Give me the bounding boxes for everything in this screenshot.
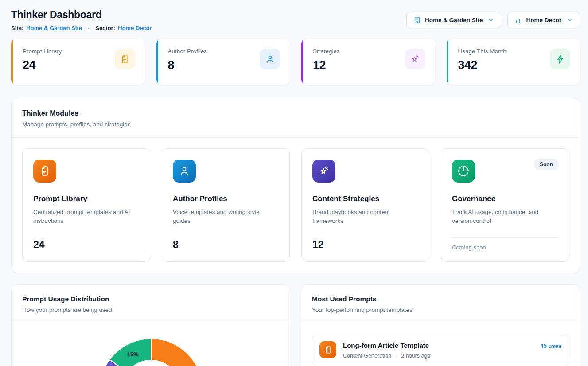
chart-card-subtitle: How your prompts are being used bbox=[22, 307, 279, 313]
module-stat: 8 bbox=[173, 239, 279, 251]
dashboard-page: Thinker Dashboard Site: Home & Garden Si… bbox=[0, 0, 588, 366]
chart-area: 15% bbox=[12, 322, 290, 366]
prompt-timestamp: 2 hours ago bbox=[401, 353, 430, 359]
sparkle-star-icon bbox=[405, 49, 425, 69]
prompt-title: Long-form Article Template bbox=[343, 342, 430, 349]
stat-card-strategies: Strategies 12 bbox=[301, 39, 435, 85]
pie-chart-icon bbox=[452, 160, 475, 183]
stat-value: 8 bbox=[168, 58, 207, 72]
module-card-governance[interactable]: Soon Governance Track AI usage, complian… bbox=[441, 148, 569, 262]
page-header: Thinker Dashboard Site: Home & Garden Si… bbox=[11, 9, 580, 31]
chevron-down-icon bbox=[566, 17, 573, 23]
prompt-list-item[interactable]: Long-form Article Template Content Gener… bbox=[312, 334, 569, 366]
zap-icon bbox=[550, 49, 570, 69]
bar-chart-icon bbox=[514, 16, 522, 24]
stat-card-prompt-library: Prompt Library 24 bbox=[11, 39, 145, 85]
stat-value: 342 bbox=[458, 58, 506, 72]
prompt-usage-distribution-card: Prompt Usage Distribution How your promp… bbox=[11, 284, 290, 366]
building-icon bbox=[413, 16, 421, 24]
header-titles: Thinker Dashboard Site: Home & Garden Si… bbox=[11, 9, 152, 31]
donut-segment-label: 15% bbox=[127, 350, 138, 357]
module-stat: 24 bbox=[33, 239, 139, 251]
prompts-card-header: Most Used Prompts Your top-performing pr… bbox=[301, 285, 580, 322]
separator-dot: · bbox=[88, 25, 90, 31]
module-card-content-strategies[interactable]: Content Strategies Brand playbooks and c… bbox=[301, 148, 429, 262]
chart-card-header: Prompt Usage Distribution How your promp… bbox=[12, 285, 290, 322]
most-used-prompts-card: Most Used Prompts Your top-performing pr… bbox=[301, 284, 580, 366]
stat-label: Prompt Library bbox=[23, 48, 62, 55]
sector-selector-label: Home Decor bbox=[526, 17, 561, 23]
panel-header: Thinker Modules Manage prompts, profiles… bbox=[12, 98, 580, 137]
site-sector-line: Site: Home & Garden Site · Sector: Home … bbox=[11, 25, 152, 31]
module-stat: 12 bbox=[312, 239, 418, 251]
stat-value: 24 bbox=[23, 58, 62, 72]
sector-link[interactable]: Home Decor bbox=[118, 25, 152, 31]
site-selector-dropdown[interactable]: Home & Garden Site bbox=[406, 12, 502, 28]
modules-grid: Prompt Library Centralized prompt templa… bbox=[12, 138, 580, 273]
module-divider bbox=[452, 237, 558, 238]
stats-row: Prompt Library 24 Author Profiles 8 bbox=[11, 39, 580, 85]
stat-value: 12 bbox=[313, 58, 340, 72]
module-description: Brand playbooks and content frameworks bbox=[312, 208, 418, 226]
site-selector-label: Home & Garden Site bbox=[425, 17, 483, 23]
module-card-prompt-library[interactable]: Prompt Library Centralized prompt templa… bbox=[22, 148, 150, 262]
chevron-down-icon bbox=[487, 17, 494, 23]
separator-dot: · bbox=[395, 353, 397, 359]
coming-soon-text: Coming soon bbox=[452, 244, 558, 251]
document-icon bbox=[319, 341, 336, 358]
thinker-modules-panel: Thinker Modules Manage prompts, profiles… bbox=[11, 98, 580, 273]
prompt-list: Long-form Article Template Content Gener… bbox=[301, 322, 580, 366]
prompts-card-subtitle: Your top-performing prompt templates bbox=[312, 307, 569, 313]
sector-label: Sector: bbox=[95, 25, 115, 31]
module-title: Governance bbox=[452, 195, 558, 203]
module-title: Author Profiles bbox=[173, 195, 279, 203]
module-card-author-profiles[interactable]: Author Profiles Voice templates and writ… bbox=[162, 148, 290, 262]
donut-hole bbox=[121, 360, 181, 366]
module-title: Content Strategies bbox=[312, 195, 418, 203]
bottom-row: Prompt Usage Distribution How your promp… bbox=[11, 284, 580, 366]
prompt-meta: Content Generation · 2 hours ago bbox=[343, 353, 430, 359]
prompts-card-title: Most Used Prompts bbox=[312, 295, 569, 303]
prompt-category: Content Generation bbox=[343, 353, 391, 359]
prompt-uses-badge: 45 uses bbox=[540, 343, 561, 349]
site-label: Site: bbox=[11, 25, 23, 31]
panel-subtitle: Manage prompts, profiles, and strategies bbox=[22, 121, 569, 128]
site-link[interactable]: Home & Garden Site bbox=[26, 25, 82, 31]
sparkle-star-icon bbox=[312, 160, 335, 183]
user-icon bbox=[260, 49, 280, 69]
chart-card-title: Prompt Usage Distribution bbox=[22, 295, 279, 303]
module-description: Voice templates and writing style guides bbox=[173, 208, 279, 226]
stat-card-usage: Usage This Month 342 bbox=[447, 39, 580, 85]
stat-label: Strategies bbox=[313, 48, 340, 55]
sector-selector-dropdown[interactable]: Home Decor bbox=[507, 12, 580, 28]
stat-card-author-profiles: Author Profiles 8 bbox=[156, 39, 290, 85]
soon-badge: Soon bbox=[534, 159, 559, 170]
donut-chart[interactable]: 15% bbox=[100, 339, 202, 366]
stat-label: Author Profiles bbox=[168, 48, 207, 55]
stat-label: Usage This Month bbox=[458, 48, 506, 55]
user-icon bbox=[173, 160, 196, 183]
panel-title: Thinker Modules bbox=[22, 109, 569, 117]
page-title: Thinker Dashboard bbox=[11, 9, 152, 21]
module-title: Prompt Library bbox=[33, 195, 139, 203]
module-description: Track AI usage, compliance, and version … bbox=[452, 208, 558, 226]
document-icon bbox=[115, 49, 135, 69]
header-selectors: Home & Garden Site Home Decor bbox=[406, 12, 580, 28]
document-icon bbox=[33, 160, 56, 183]
module-description: Centralized prompt templates and AI inst… bbox=[33, 208, 139, 226]
